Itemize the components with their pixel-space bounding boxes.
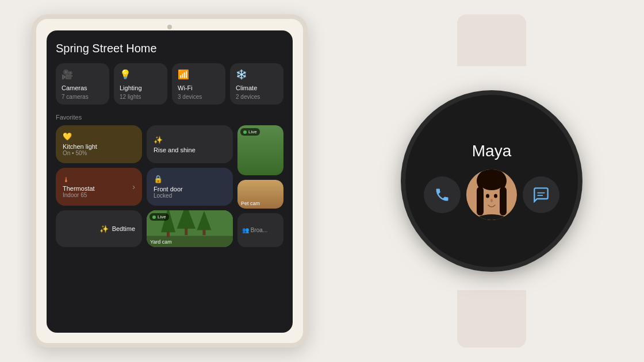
svg-point-13 [478, 170, 505, 190]
contact-name: Maya [472, 142, 511, 160]
yard-cam-bg: Live Yard cam [147, 210, 233, 247]
svg-point-18 [490, 199, 493, 202]
watch-actions [424, 170, 559, 220]
wifi-icon: 📶 [178, 69, 220, 80]
thermostat-chevron: › [132, 182, 135, 191]
svg-rect-5 [167, 232, 170, 237]
climate-icon: ❄️ [236, 69, 278, 80]
tablet-camera [167, 25, 172, 29]
thermostat-icon: 🌡 [63, 176, 95, 184]
lighting-sub: 12 lights [120, 94, 162, 100]
favorites-label: Favorites [56, 114, 283, 121]
bedtime-icon: ✨ [99, 225, 109, 233]
thermostat-name: Thermostat [63, 185, 95, 192]
lock-icon: 🔒 [154, 175, 226, 183]
kitchen-light-name: Kitchen light [63, 143, 135, 150]
yard-cam-label: Yard cam [150, 239, 172, 245]
rise-shine-icon: ✨ [154, 136, 226, 144]
watch-body: Maya [405, 95, 578, 267]
svg-point-17 [494, 194, 497, 198]
camera-icon: 🎥 [62, 69, 103, 80]
lighting-card[interactable]: 💡 Lighting 12 lights [114, 63, 167, 105]
contact-avatar [466, 170, 517, 220]
camera-card[interactable]: 🎥 Cameras 7 cameras [56, 63, 109, 105]
camera-name: Cameras [62, 84, 103, 91]
svg-rect-6 [185, 228, 187, 236]
wifi-card[interactable]: 📶 Wi-Fi 3 devices [172, 63, 225, 105]
watch-band-bottom [457, 290, 526, 348]
yard-live-dot [152, 215, 156, 219]
yard-live-badge: Live [150, 213, 169, 221]
bedtime-name: Bedtime [112, 225, 135, 232]
front-door-card[interactable]: 🔒 Front door Locked [147, 168, 233, 206]
message-button[interactable] [523, 176, 559, 213]
thermostat-temp: Indoor 65 [63, 192, 95, 198]
bedtime-card[interactable]: ✨ Bedtime [56, 210, 142, 247]
live-cam-card[interactable]: Live [237, 125, 283, 175]
climate-name: Climate [236, 84, 278, 91]
pet-cam-label: Pet cam [241, 201, 260, 206]
live-badge: Live [240, 128, 260, 136]
rise-shine-card[interactable]: ✨ Rise and shine [147, 125, 233, 163]
broadcast-card[interactable]: 👥 Broa... [237, 213, 283, 247]
device-grid: 🎥 Cameras 7 cameras 💡 Lighting 12 lights… [56, 63, 283, 105]
svg-rect-12 [500, 187, 507, 215]
right-column: Live Pet cam 👥 Broa... [237, 125, 283, 247]
watch-wrapper: Maya [371, 14, 612, 348]
front-door-status: Locked [154, 192, 226, 199]
kitchen-light-card[interactable]: 💛 Kitchen light On • 50% [56, 125, 142, 163]
favorites-grid: 💛 Kitchen light On • 50% ✨ Rise and shin… [56, 125, 283, 247]
live-dot [243, 130, 247, 134]
wifi-name: Wi-Fi [178, 84, 220, 91]
svg-rect-11 [477, 187, 484, 215]
watch-band-top [457, 14, 526, 66]
kitchen-light-status: On • 50% [63, 150, 135, 156]
yard-cam-card[interactable]: Live Yard cam [147, 210, 233, 247]
kitchen-light-icon: 💛 [63, 132, 135, 141]
wifi-sub: 3 devices [178, 94, 220, 100]
thermostat-card[interactable]: 🌡 Thermostat Indoor 65 › [56, 168, 142, 206]
tablet: Spring Street Home 🎥 Cameras 7 cameras 💡… [32, 14, 308, 348]
svg-rect-7 [203, 229, 206, 235]
climate-sub: 2 devices [236, 94, 278, 100]
yard-live-text: Live [158, 214, 166, 219]
broadcast-label: 👥 Broa... [242, 227, 267, 233]
lighting-name: Lighting [120, 84, 162, 91]
camera-sub: 7 cameras [62, 94, 103, 100]
thermostat-info: 🌡 Thermostat Indoor 65 [63, 176, 95, 198]
call-button[interactable] [424, 176, 461, 213]
front-door-name: Front door [154, 186, 226, 192]
pet-cam-card[interactable]: Pet cam [237, 180, 283, 209]
lighting-icon: 💡 [120, 69, 162, 80]
home-title: Spring Street Home [56, 42, 283, 55]
tablet-screen: Spring Street Home 🎥 Cameras 7 cameras 💡… [47, 30, 293, 333]
climate-card[interactable]: ❄️ Climate 2 devices [230, 63, 283, 105]
svg-point-16 [486, 194, 489, 198]
rise-shine-name: Rise and shine [154, 147, 226, 153]
